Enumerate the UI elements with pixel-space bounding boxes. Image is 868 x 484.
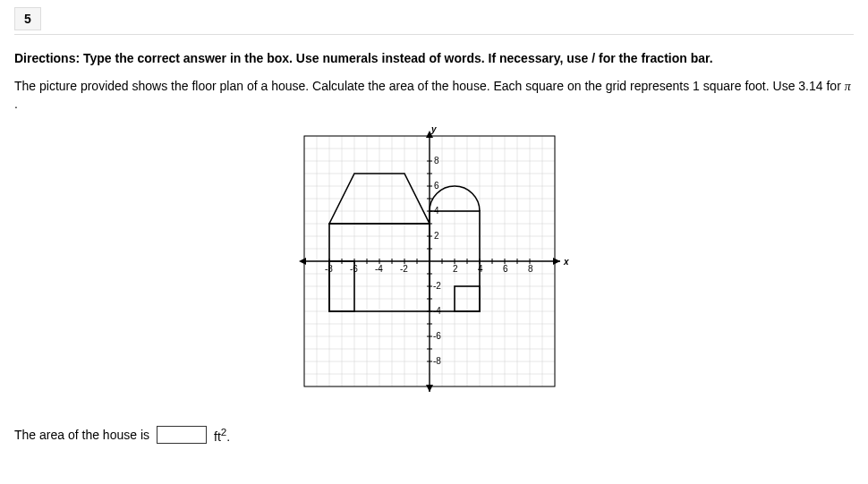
svg-marker-45 — [299, 258, 306, 265]
answer-input[interactable] — [157, 426, 207, 444]
svg-text:6: 6 — [434, 181, 439, 191]
divider — [14, 34, 854, 35]
svg-marker-44 — [553, 258, 560, 265]
svg-text:4: 4 — [478, 264, 483, 274]
svg-marker-48 — [426, 385, 433, 392]
directions-text: Directions: Type the correct answer in t… — [14, 51, 854, 65]
problem-line1: The picture provided shows the floor pla… — [14, 79, 845, 93]
svg-text:2: 2 — [434, 231, 439, 241]
svg-text:-6: -6 — [433, 331, 441, 341]
answer-row: The area of the house is ft2. — [14, 426, 854, 444]
answer-unit: ft2. — [214, 426, 230, 444]
svg-text:-2: -2 — [433, 281, 441, 291]
svg-text:-4: -4 — [375, 264, 383, 274]
problem-end: . — [14, 97, 18, 111]
pi-symbol: π — [845, 80, 851, 93]
svg-text:6: 6 — [503, 264, 508, 274]
svg-text:-2: -2 — [400, 264, 408, 274]
svg-text:y: y — [430, 127, 437, 134]
svg-text:-8: -8 — [433, 356, 441, 366]
svg-text:2: 2 — [453, 264, 458, 274]
floor-plan-graph: x y -8-6-4-2 2468 8642 -2-4-6-8 — [295, 127, 573, 404]
question-number: 5 — [14, 7, 41, 30]
problem-text: The picture provided shows the floor pla… — [14, 78, 854, 113]
svg-text:x: x — [563, 257, 569, 267]
svg-text:8: 8 — [528, 264, 533, 274]
answer-prefix: The area of the house is — [14, 428, 149, 442]
graph-container: x y -8-6-4-2 2468 8642 -2-4-6-8 — [14, 127, 854, 404]
svg-text:8: 8 — [434, 156, 439, 166]
